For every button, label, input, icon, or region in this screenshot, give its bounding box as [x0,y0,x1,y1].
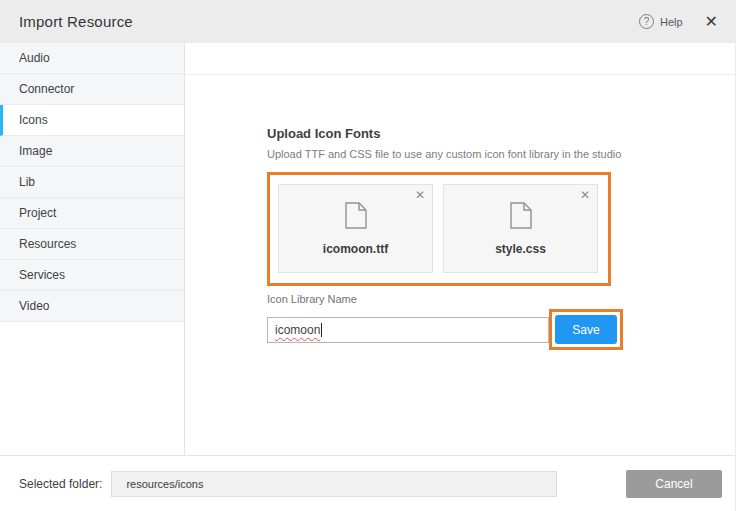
resource-type-sidebar: Audio Connector Icons Image Lib Project … [0,43,185,455]
file-name: icomoon.ttf [323,242,388,256]
dialog-header: Import Resource ? Help ✕ [0,0,735,43]
document-icon [345,202,367,233]
import-resource-dialog: Import Resource ? Help ✕ Audio Connector… [0,0,736,511]
close-icon[interactable]: ✕ [705,14,718,30]
text-caret [321,323,322,337]
library-name-value: icomoon [275,323,320,337]
sidebar-item-video[interactable]: Video [0,291,184,322]
file-card-css: ✕ style.css [443,184,598,273]
help-label[interactable]: Help [660,16,683,28]
selected-folder-label: Selected folder: [19,477,102,491]
dialog-title: Import Resource [19,13,133,30]
dialog-footer: Selected folder: Cancel [0,455,735,511]
icon-library-name-label: Icon Library Name [267,293,735,305]
main-top-strip [185,43,735,75]
file-card-ttf: ✕ icomoon.ttf [278,184,433,273]
sidebar-item-icons[interactable]: Icons [0,105,184,136]
help-icon[interactable]: ? [639,14,654,29]
sidebar-item-image[interactable]: Image [0,136,184,167]
remove-file-icon[interactable]: ✕ [415,187,425,203]
file-name: style.css [495,242,546,256]
save-button[interactable]: Save [555,315,617,344]
sidebar-item-services[interactable]: Services [0,260,184,291]
main-panel: Upload Icon Fonts Upload TTF and CSS fil… [185,43,735,455]
cancel-button[interactable]: Cancel [626,470,722,498]
selected-folder-input[interactable] [111,471,557,497]
sidebar-item-connector[interactable]: Connector [0,74,184,105]
section-heading: Upload Icon Fonts [267,126,735,141]
files-highlight-box: ✕ icomoon.ttf ✕ [267,172,611,286]
upload-icon-fonts-section: Upload Icon Fonts Upload TTF and CSS fil… [185,126,735,350]
save-highlight-box: Save [549,309,623,350]
document-icon [510,202,532,233]
section-subtitle: Upload TTF and CSS file to use any custo… [267,148,735,160]
icon-library-name-input[interactable]: icomoon [267,317,549,343]
dialog-body: Audio Connector Icons Image Lib Project … [0,43,735,455]
sidebar-item-resources[interactable]: Resources [0,229,184,260]
remove-file-icon[interactable]: ✕ [580,187,590,203]
sidebar-item-audio[interactable]: Audio [0,43,184,74]
sidebar-item-project[interactable]: Project [0,198,184,229]
sidebar-item-lib[interactable]: Lib [0,167,184,198]
